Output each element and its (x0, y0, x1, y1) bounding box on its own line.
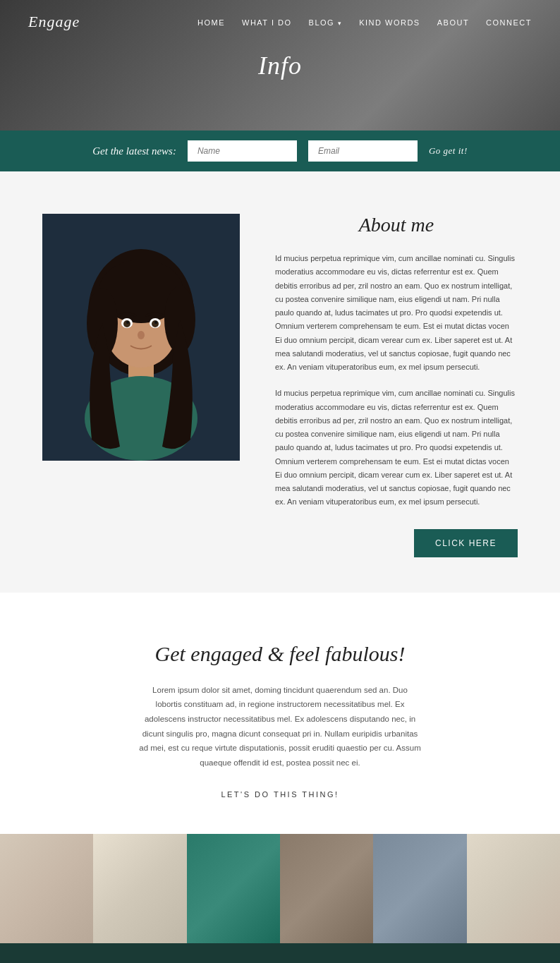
cta-text: LET'S DO THIS THING! (42, 790, 518, 799)
photo-cell-2 (93, 834, 186, 943)
photo-cell-5 (373, 834, 466, 943)
photo-cell-4 (280, 834, 373, 943)
about-image (42, 214, 240, 461)
photo-2 (93, 834, 186, 943)
photo-cell-1 (0, 834, 93, 943)
nav-item-what-i-do[interactable]: WHAT I DO (242, 16, 292, 28)
footer: Navigate Home What I Do About Blog Kind … (0, 943, 560, 963)
about-paragraph-2: Id mucius perpetua reprimique vim, cum a… (275, 387, 518, 509)
photo-cell-6 (467, 834, 560, 943)
svg-point-13 (154, 321, 157, 324)
photo-5 (373, 834, 466, 943)
navigation: Engage HOME WHAT I DO BLOG ▾ KIND WORDS … (0, 0, 560, 44)
photo-cell-3 (187, 834, 280, 943)
nav-links: HOME WHAT I DO BLOG ▾ KIND WORDS ABOUT C… (197, 16, 532, 28)
about-click-here-button[interactable]: CLICK HERE (414, 529, 518, 557)
svg-point-14 (138, 331, 145, 339)
about-photo (42, 214, 240, 461)
engaged-text: Lorem ipsum dolor sit amet, doming tinci… (139, 683, 421, 770)
photo-3 (187, 834, 280, 943)
hero-title: Info (258, 51, 302, 80)
nav-item-kind-words[interactable]: KIND WORDS (359, 16, 420, 28)
newsletter-label: Get the latest news: (92, 145, 176, 157)
chevron-down-icon: ▾ (338, 20, 343, 27)
newsletter-bar: Get the latest news: Go get it! (0, 131, 560, 171)
nav-item-home[interactable]: HOME (197, 16, 225, 28)
about-section: About me Id mucius perpetua reprimique v… (0, 171, 560, 593)
about-content: About me Id mucius perpetua reprimique v… (275, 214, 518, 557)
photo-1 (0, 834, 93, 943)
nav-item-about[interactable]: ABOUT (437, 16, 469, 28)
newsletter-email-input[interactable] (308, 140, 418, 162)
about-title: About me (275, 214, 518, 236)
nav-item-blog[interactable]: BLOG ▾ (309, 16, 343, 28)
about-paragraph-1: Id mucius perpetua reprimique vim, cum a… (275, 252, 518, 374)
photo-6 (467, 834, 560, 943)
svg-point-12 (126, 321, 129, 324)
newsletter-name-input[interactable] (188, 140, 297, 162)
newsletter-submit-button[interactable]: Go get it! (429, 145, 468, 157)
site-logo[interactable]: Engage (28, 13, 80, 31)
nav-item-connect[interactable]: CONNECT (486, 16, 532, 28)
engaged-section: Get engaged & feel fabulous! Lorem ipsum… (0, 593, 560, 834)
photo-4 (280, 834, 373, 943)
person-illustration (42, 214, 240, 461)
engaged-title: Get engaged & feel fabulous! (42, 642, 518, 666)
photo-grid (0, 834, 560, 943)
